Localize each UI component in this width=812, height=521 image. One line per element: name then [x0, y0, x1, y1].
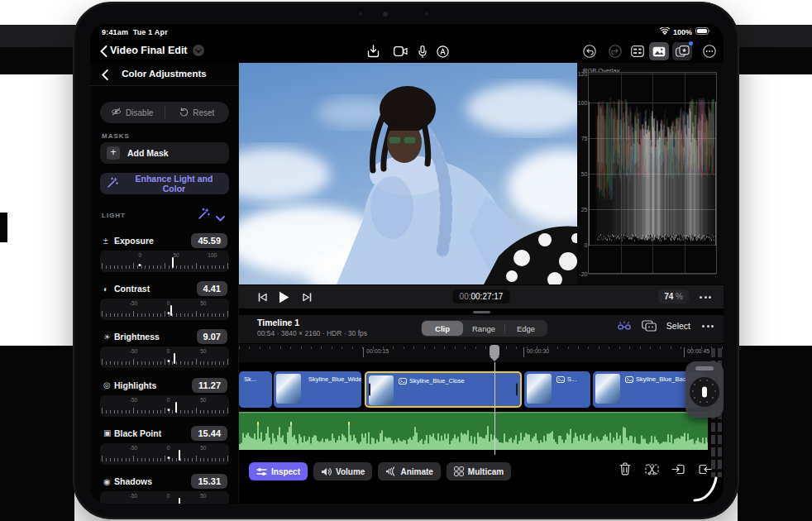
volume-icon: [321, 467, 332, 476]
project-title[interactable]: Video Final Edit: [110, 45, 204, 56]
wifi-icon: [660, 27, 670, 36]
video-track: Sk... Skyline_Blue_Wide Skyline_Blue_Clo…: [90, 371, 724, 409]
record-voiceover-icon[interactable]: [432, 42, 452, 60]
disable-button[interactable]: Disable: [100, 102, 165, 123]
status-bar: 9:41am Tue 1 Apr 100%: [90, 24, 724, 41]
ruler-tick-label: 0: [167, 348, 170, 354]
clip-overlap-icon[interactable]: [642, 318, 657, 333]
notification-dot: [689, 41, 693, 45]
import-media-icon[interactable]: [363, 42, 383, 60]
adjustment-ruler[interactable]: -50050100: [100, 347, 229, 368]
page-background: 9:41am Tue 1 Apr 100% Video Final Edit: [0, 0, 812, 521]
animate-button[interactable]: Animate: [378, 462, 440, 480]
light-collapse-chevron-icon[interactable]: [216, 210, 225, 225]
ruler-tick-label: 0: [167, 300, 170, 306]
select-tool-button[interactable]: Select: [666, 321, 690, 331]
jog-wheel-control[interactable]: [685, 361, 724, 418]
more-options-icon[interactable]: [700, 42, 719, 60]
timeline-ruler[interactable]: 00:00:1500:00:3000:00:45: [239, 344, 724, 362]
scope-gridline: [589, 274, 716, 275]
scope-edge-line: [715, 102, 716, 246]
value-cursor: [179, 450, 180, 461]
overwrite-clip-icon[interactable]: [697, 461, 712, 476]
ruler-tick-label: 50: [200, 348, 206, 354]
value-cursor: [179, 498, 180, 504]
adjustment-name: Exposure: [114, 236, 191, 246]
battery-percent: 100%: [673, 28, 692, 36]
microphone-icon[interactable]: [413, 42, 432, 60]
title-chevron-down-icon[interactable]: [193, 45, 204, 56]
reset-button[interactable]: Reset: [165, 102, 230, 123]
background-block: [0, 346, 74, 521]
edit-mode-clip[interactable]: Clip: [422, 321, 463, 336]
redo-icon[interactable]: [605, 42, 625, 60]
scope-edge-line: [589, 102, 590, 246]
delete-clip-icon[interactable]: [618, 461, 633, 476]
tool-label: Animate: [400, 467, 432, 476]
clip-name: Sk...: [244, 375, 256, 383]
adjustment-ruler[interactable]: -50050100: [100, 443, 229, 465]
date: Tue 1 Apr: [133, 28, 168, 36]
battery-icon: [695, 27, 710, 36]
edit-mode-edge[interactable]: Edge: [505, 321, 547, 336]
ruler-tick-label: -50: [130, 348, 137, 354]
add-mask-button[interactable]: + Add Mask: [100, 142, 229, 164]
adjustment-ruler[interactable]: -50050100: [100, 491, 229, 504]
ruler-tick-label: 0: [139, 252, 142, 258]
light-wand-icon[interactable]: [198, 208, 210, 223]
audio-track-clip[interactable]: [239, 412, 708, 450]
adjustment-value[interactable]: 45.59: [191, 233, 227, 248]
ruler-time-label: 00:00:45: [684, 347, 709, 357]
skip-to-start-icon[interactable]: [254, 290, 270, 304]
jog-dial[interactable]: [690, 377, 719, 407]
blade-split-icon[interactable]: [644, 461, 659, 476]
timeline-name: Timeline 1: [257, 318, 299, 327]
timeline-header: Timeline 1 00:54 · 3840 × 2160 · HDR · 3…: [239, 315, 724, 343]
timeline-clip[interactable]: Skyline_Blue_Close: [365, 371, 522, 408]
insert-clip-icon[interactable]: [671, 461, 685, 476]
jog-grab-pill: [695, 366, 714, 370]
camera-icon[interactable]: [390, 42, 410, 60]
skimming-icon[interactable]: [617, 318, 632, 333]
media-browser-icon[interactable]: [649, 42, 669, 60]
clip-name: S...: [567, 375, 576, 383]
undo-icon[interactable]: [580, 42, 599, 60]
scope-tick-label: 100: [578, 99, 588, 105]
viewer-zoom-button[interactable]: 74 %: [658, 289, 689, 304]
color-adjustments-panel: Color Adjustments Disable Reset MASKS: [90, 63, 239, 504]
play-icon[interactable]: [275, 290, 292, 304]
adjustment-value[interactable]: 15.31: [191, 474, 227, 489]
skip-to-end-icon[interactable]: [299, 290, 315, 304]
timecode-display[interactable]: 00:00:27:17: [453, 289, 510, 304]
adjustment-ruler[interactable]: 050100: [100, 251, 229, 272]
edit-mode-range[interactable]: Range: [463, 321, 504, 336]
timeline-clip[interactable]: S...: [524, 371, 590, 408]
multicam-button[interactable]: Multicam: [447, 462, 511, 480]
adjustment-value[interactable]: 15.44: [191, 426, 227, 441]
ruler-tick-label: 50: [200, 493, 206, 499]
timeline-resize-handle[interactable]: [473, 311, 490, 313]
enhance-label: Enhance Light and Color: [126, 174, 222, 194]
viewer-more-icon[interactable]: [697, 290, 714, 304]
tool-label: Inspect: [271, 467, 300, 476]
light-section-label: LIGHT: [102, 212, 126, 219]
timeline-clip[interactable]: Skyline_Blue_Wide: [274, 371, 361, 408]
project-title-text: Video Final Edit: [110, 45, 188, 56]
enhance-light-color-button[interactable]: Enhance Light and Color: [100, 173, 229, 194]
volume-button[interactable]: Volume: [313, 462, 372, 480]
app-toolbar: Video Final Edit: [90, 41, 724, 63]
adjustment-ruler[interactable]: -50050100: [100, 299, 229, 320]
disable-reset-group: Disable Reset: [100, 102, 229, 123]
inspect-button[interactable]: Inspect: [249, 462, 308, 480]
panel-title: Color Adjustments: [90, 69, 238, 79]
timeline-clip[interactable]: Sk...: [239, 371, 272, 408]
effects-browser-icon[interactable]: [672, 42, 692, 60]
timeline-more-icon[interactable]: [700, 318, 715, 333]
inspector-icon[interactable]: [628, 42, 647, 60]
rgb-waveform-canvas: [589, 94, 718, 246]
masks-section-label: MASKS: [102, 132, 130, 140]
adjustment-value[interactable]: 4.41: [197, 281, 227, 296]
adjustment-value[interactable]: 9.07: [197, 329, 227, 344]
playhead-handle[interactable]: [490, 345, 499, 361]
video-preview[interactable]: [239, 63, 577, 284]
